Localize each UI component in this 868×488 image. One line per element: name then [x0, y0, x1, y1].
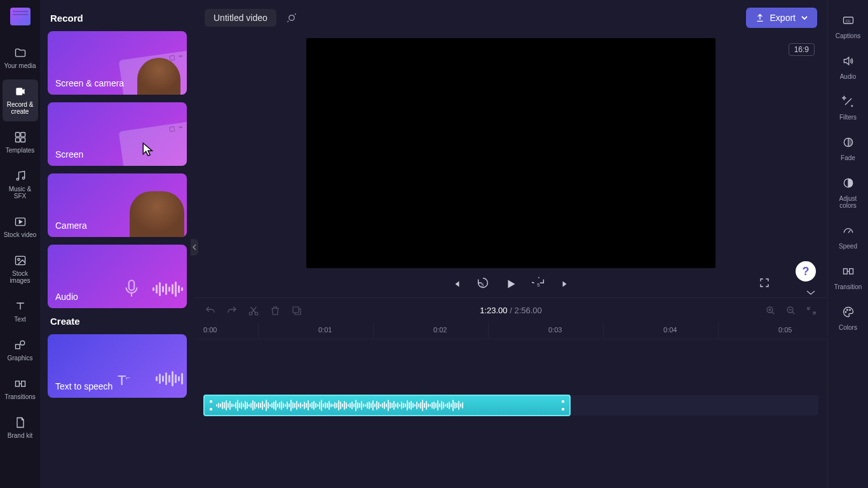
redo-button[interactable]	[226, 305, 238, 316]
transition-icon	[842, 265, 855, 280]
card-screen-camera[interactable]: Screen & camera	[48, 31, 187, 95]
folder-icon	[13, 46, 27, 60]
ai-assist-button[interactable]	[283, 9, 301, 27]
text-icon	[13, 299, 27, 313]
video-preview-canvas[interactable]	[306, 38, 715, 268]
timeline-tracks	[194, 339, 827, 421]
clip-handle-left[interactable]	[210, 400, 212, 410]
time-display: 1:23.00 / 2:56.00	[480, 306, 542, 315]
zoom-in-button[interactable]	[765, 305, 776, 316]
decor-avatar	[130, 191, 184, 237]
waveform-icon	[153, 281, 183, 297]
card-screen[interactable]: Screen	[48, 102, 187, 166]
ruler-label: 0:03	[548, 326, 562, 334]
rail-brand-kit[interactable]: Brand kit	[3, 410, 38, 445]
svg-rect-9	[15, 344, 20, 349]
svg-rect-11	[15, 381, 19, 386]
svg-rect-3	[20, 138, 25, 142]
brandkit-icon	[13, 416, 27, 430]
palette-icon	[842, 306, 855, 321]
timeline-ruler[interactable]: 0:00 0:01 0:02 0:03 0:04 0:05	[194, 323, 827, 339]
record-create-panel: Record Screen & camera Screen Camera Aud…	[40, 0, 194, 488]
card-text-to-speech[interactable]: T⌐ Text to speech	[48, 334, 187, 398]
undo-button[interactable]	[205, 305, 216, 316]
card-label: Text to speech	[55, 381, 112, 391]
aspect-ratio-button[interactable]: 16:9	[789, 43, 815, 56]
panel-heading-create: Create	[50, 316, 184, 327]
svg-text:5: 5	[537, 282, 539, 288]
svg-point-30	[849, 309, 850, 311]
forward-5-button[interactable]: 5	[532, 277, 546, 291]
rr-colors[interactable]: Colors	[831, 301, 866, 337]
rail-transitions[interactable]: Transitions	[3, 372, 38, 407]
card-label: Audio	[55, 292, 78, 302]
audio-clip[interactable]	[203, 395, 571, 416]
skip-end-button[interactable]	[560, 278, 571, 290]
play-button[interactable]	[504, 277, 518, 291]
contrast-icon	[842, 177, 855, 192]
rail-record-create[interactable]: Record & create	[3, 79, 38, 121]
svg-rect-26	[843, 269, 847, 274]
shapes-icon	[13, 338, 27, 352]
rail-text[interactable]: Text	[3, 294, 38, 329]
delete-button[interactable]	[269, 305, 281, 316]
duplicate-button[interactable]	[291, 305, 302, 316]
fit-timeline-button[interactable]	[806, 305, 817, 316]
speedometer-icon	[842, 224, 855, 240]
image-icon	[13, 254, 27, 268]
topbar: Untitled video Export	[194, 0, 827, 36]
svg-rect-27	[849, 269, 853, 274]
waveform-icon	[156, 371, 183, 386]
svg-point-8	[17, 259, 19, 261]
current-time: 1:23.00	[480, 306, 507, 315]
rail-graphics[interactable]: Graphics	[3, 333, 38, 368]
rail-stock-video[interactable]: Stock video	[3, 210, 38, 245]
cut-button[interactable]	[248, 305, 259, 316]
rr-adjust-colors[interactable]: Adjust colors	[831, 172, 866, 215]
ruler-label: 0:00	[203, 326, 217, 334]
decor-window-icon	[119, 122, 187, 166]
rail-templates[interactable]: Templates	[3, 125, 38, 160]
rail-music-sfx[interactable]: Music & SFX	[3, 164, 38, 206]
rr-audio[interactable]: Audio	[831, 50, 866, 86]
app-logo	[10, 8, 31, 25]
svg-text:CC: CC	[845, 19, 850, 23]
music-icon	[13, 169, 27, 183]
rr-filters[interactable]: Filters	[831, 90, 866, 127]
right-rail: CC Captions Audio Filters Fade Adjust co…	[827, 0, 868, 488]
rewind-5-button[interactable]: 5	[476, 277, 490, 291]
playback-controls: 5 5	[226, 268, 796, 297]
export-button[interactable]: Export	[746, 8, 817, 28]
svg-point-29	[846, 309, 848, 311]
zoom-out-button[interactable]	[785, 305, 797, 316]
export-label: Export	[770, 13, 796, 23]
video-title-input[interactable]: Untitled video	[205, 9, 276, 27]
rail-stock-images[interactable]: Stock images	[3, 248, 38, 290]
track-lane[interactable]	[203, 395, 818, 416]
total-duration: 2:56.00	[514, 306, 541, 315]
rr-captions[interactable]: CC Captions	[831, 9, 866, 46]
timeline[interactable]: 0:00 0:01 0:02 0:03 0:04 0:05	[194, 323, 827, 488]
clip-handle-right[interactable]	[562, 400, 564, 410]
text-icon: T⌐	[118, 372, 130, 389]
rr-fade[interactable]: Fade	[831, 131, 866, 168]
svg-point-28	[845, 311, 846, 313]
rr-transition[interactable]: Transition	[831, 260, 866, 297]
speaker-icon	[842, 55, 855, 70]
card-label: Camera	[55, 220, 87, 231]
card-audio[interactable]: Audio	[48, 245, 187, 308]
rail-your-media[interactable]: Your media	[3, 41, 38, 76]
rr-speed[interactable]: Speed	[831, 219, 866, 256]
skip-start-button[interactable]	[451, 278, 462, 290]
card-label: Screen & camera	[55, 78, 124, 88]
preview-area: 16:9 ? 5 5	[194, 36, 827, 297]
fullscreen-button[interactable]	[759, 277, 770, 291]
clip-waveform	[216, 400, 558, 411]
upload-icon	[755, 13, 765, 23]
help-button[interactable]: ?	[796, 261, 816, 281]
svg-point-4	[17, 178, 18, 180]
card-camera[interactable]: Camera	[48, 173, 187, 237]
video-camera-icon	[13, 85, 27, 98]
microphone-icon	[121, 278, 142, 302]
templates-icon	[13, 130, 27, 144]
